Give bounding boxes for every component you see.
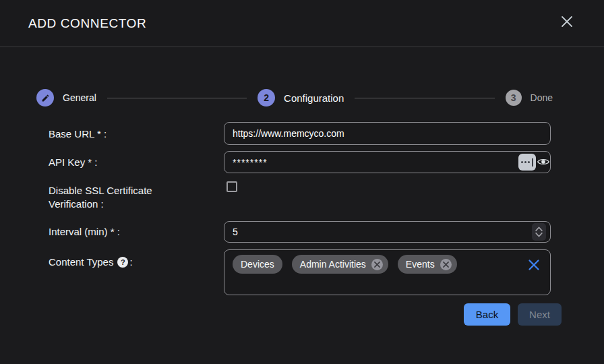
- step-done-label: Done: [531, 92, 553, 103]
- content-types-label-text: Content Types: [49, 255, 113, 269]
- pencil-icon: [36, 89, 54, 107]
- step-configuration[interactable]: 2 Configuration: [258, 89, 344, 107]
- dialog-title: ADD CONNECTOR: [28, 16, 146, 31]
- interval-label: Interval (min) * :: [49, 225, 120, 239]
- stepper: General 2 Configuration 3 Done: [36, 88, 553, 107]
- chip-remove-icon[interactable]: [440, 259, 452, 270]
- next-button[interactable]: Next: [518, 303, 562, 326]
- show-password-eye-icon[interactable]: [537, 156, 550, 168]
- step-3-badge: 3: [506, 90, 522, 106]
- step-configuration-label: Configuration: [284, 92, 344, 104]
- number-stepper-icon[interactable]: [532, 223, 546, 241]
- api-key-label: API Key * :: [49, 156, 98, 169]
- chip-label: Admin Activities: [300, 259, 366, 270]
- base-url-input[interactable]: [224, 122, 551, 145]
- dialog-header: ADD CONNECTOR: [0, 0, 604, 47]
- clear-content-types-icon[interactable]: [527, 258, 541, 272]
- content-type-chip[interactable]: Devices: [233, 255, 282, 274]
- base-url-label: Base URL * :: [49, 127, 107, 141]
- help-icon[interactable]: ?: [117, 257, 128, 268]
- chip-label: Devices: [241, 259, 274, 270]
- content-types-label: Content Types ? :: [49, 255, 133, 269]
- back-button[interactable]: Back: [464, 303, 510, 326]
- api-key-input[interactable]: [224, 151, 551, 173]
- add-connector-dialog: ADD CONNECTOR General 2 Configuration 3 …: [0, 0, 604, 364]
- ssl-verification-checkbox[interactable]: [227, 181, 237, 192]
- step-general[interactable]: General: [36, 89, 96, 107]
- chip-label: Events: [406, 259, 435, 270]
- stepper-divider: [355, 98, 494, 98]
- content-type-chip[interactable]: Admin Activities: [292, 255, 388, 274]
- content-types-field[interactable]: Devices Admin Activities Events: [224, 249, 551, 295]
- step-2-badge: 2: [258, 89, 275, 107]
- content-type-chip[interactable]: Events: [398, 255, 457, 274]
- password-autofill-icon[interactable]: [518, 154, 536, 171]
- content-type-chips: Devices Admin Activities Events: [233, 255, 457, 274]
- stepper-divider: [107, 98, 247, 98]
- content-types-colon: :: [129, 255, 132, 269]
- chip-remove-icon[interactable]: [371, 259, 383, 270]
- step-done[interactable]: 3 Done: [506, 90, 553, 106]
- ssl-verification-label: Disable SSL Certificate Verification :: [49, 184, 183, 211]
- interval-input[interactable]: [224, 221, 551, 243]
- close-icon[interactable]: [558, 13, 576, 30]
- step-general-label: General: [63, 92, 96, 103]
